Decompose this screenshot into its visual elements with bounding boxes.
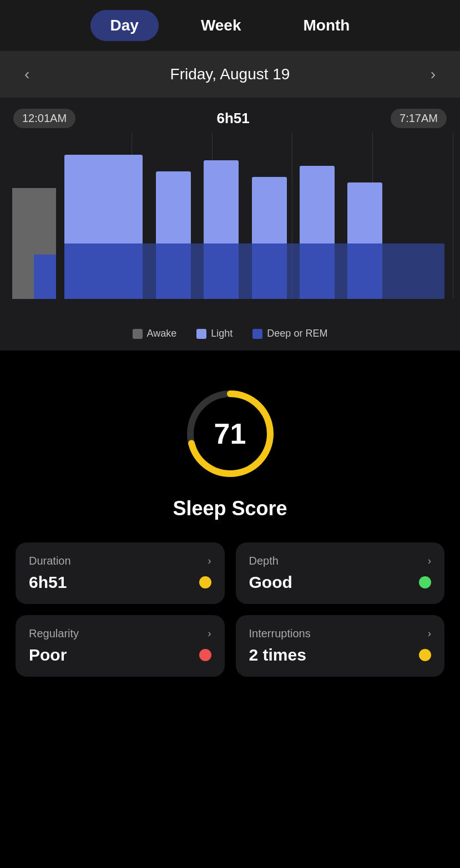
- metric-card-duration[interactable]: Duration › 6h51: [16, 542, 225, 604]
- metric-duration-chevron: ›: [208, 555, 211, 567]
- score-ring: 71: [180, 384, 280, 484]
- metric-depth-chevron: ›: [428, 555, 431, 567]
- metric-interruptions-chevron: ›: [428, 628, 431, 639]
- metric-card-depth[interactable]: Depth › Good: [236, 542, 445, 604]
- sleep-chart: [0, 133, 460, 321]
- metric-interruptions-title: Interruptions: [249, 627, 311, 640]
- legend-deep-dot: [252, 329, 262, 339]
- metric-depth-value: Good: [249, 573, 292, 592]
- legend-awake-label: Awake: [147, 328, 177, 339]
- legend-awake-dot: [133, 329, 143, 339]
- bar-group-1: [34, 133, 55, 299]
- score-section: 71 Sleep Score Duration › 6h51 Depth › G…: [0, 351, 460, 732]
- legend-deep: Deep or REM: [252, 328, 327, 339]
- metric-depth-dot: [419, 576, 431, 588]
- metric-interruptions-dot: [419, 649, 431, 661]
- metrics-grid: Duration › 6h51 Depth › Good Regularity: [0, 542, 460, 710]
- legend-awake: Awake: [133, 328, 177, 339]
- date-title: Friday, August 19: [170, 65, 290, 83]
- metric-duration-title: Duration: [29, 555, 71, 567]
- metric-interruptions-value: 2 times: [249, 646, 306, 664]
- metric-duration-value: 6h51: [29, 573, 67, 592]
- chart-start-time: 12:01AM: [13, 109, 75, 128]
- metric-regularity-chevron: ›: [208, 628, 211, 639]
- legend-light-label: Light: [211, 328, 232, 339]
- prev-date-button[interactable]: ‹: [18, 63, 36, 85]
- tab-day[interactable]: Day: [90, 10, 159, 41]
- metric-regularity-value: Poor: [29, 646, 67, 664]
- tab-week[interactable]: Week: [181, 10, 261, 41]
- score-label: Sleep Score: [173, 497, 287, 520]
- chart-duration: 6h51: [216, 110, 249, 127]
- chart-section: 12:01AM 6h51 7:17AM: [0, 98, 460, 351]
- chart-end-time: 7:17AM: [391, 109, 447, 128]
- legend-light-dot: [196, 329, 206, 339]
- date-nav: ‹ Friday, August 19 ›: [0, 51, 460, 98]
- bar-group-0: [12, 133, 34, 299]
- metric-regularity-title: Regularity: [29, 627, 79, 640]
- legend-deep-label: Deep or REM: [267, 328, 327, 339]
- metric-duration-dot: [199, 576, 211, 588]
- score-value: 71: [214, 417, 246, 450]
- legend-light: Light: [196, 328, 232, 339]
- tab-month[interactable]: Month: [284, 10, 370, 41]
- metric-regularity-dot: [199, 649, 211, 661]
- metric-card-interruptions[interactable]: Interruptions › 2 times: [236, 615, 445, 677]
- metric-depth-title: Depth: [249, 555, 279, 567]
- next-date-button[interactable]: ›: [424, 63, 442, 85]
- tab-bar: Day Week Month: [0, 0, 460, 51]
- metric-card-regularity[interactable]: Regularity › Poor: [16, 615, 225, 677]
- chart-legend: Awake Light Deep or REM: [0, 321, 460, 339]
